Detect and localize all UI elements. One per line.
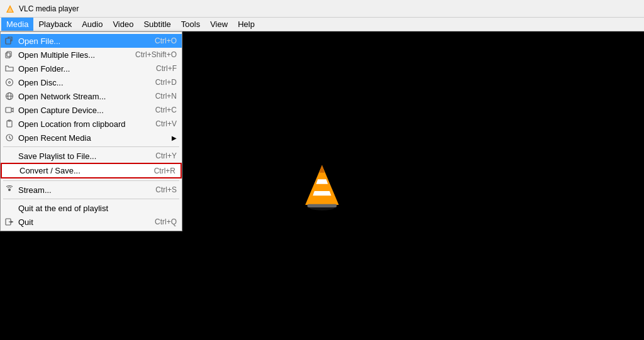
- convert-save-icon: [6, 166, 16, 176]
- open-capture-icon: [4, 105, 14, 115]
- svg-rect-23: [308, 204, 337, 207]
- menu-quit-playlist[interactable]: Quit at the end of playlist: [1, 201, 182, 215]
- separator-1: [3, 146, 179, 147]
- open-capture-shortcut: Ctrl+C: [155, 106, 177, 114]
- open-clipboard-icon: [4, 119, 14, 129]
- menu-media[interactable]: Media: [1, 18, 33, 31]
- svg-rect-4: [7, 52, 11, 57]
- menu-open-recent[interactable]: Open Recent Media ▶: [1, 131, 182, 145]
- menu-open-multiple[interactable]: Open Multiple Files... Ctrl+Shift+O: [1, 48, 182, 62]
- quit-label: Quit: [18, 217, 142, 227]
- menu-open-network[interactable]: Open Network Stream... Ctrl+N: [1, 89, 182, 103]
- open-clipboard-label: Open Location from clipboard: [18, 119, 143, 129]
- svg-marker-19: [313, 191, 331, 195]
- svg-rect-3: [6, 53, 10, 58]
- quit-icon: [4, 217, 14, 227]
- menu-open-file[interactable]: Open File... Ctrl+O: [1, 34, 182, 48]
- save-playlist-icon: [4, 151, 14, 161]
- quit-playlist-label: Quit at the end of playlist: [18, 204, 177, 213]
- open-multiple-shortcut: Ctrl+Shift+O: [135, 50, 177, 59]
- svg-point-5: [6, 79, 13, 86]
- open-recent-label: Open Recent Media: [18, 133, 169, 143]
- menu-subtitle[interactable]: Subtitle: [138, 18, 175, 31]
- open-file-icon: [4, 36, 14, 46]
- stream-icon: [4, 185, 14, 195]
- open-disc-shortcut: Ctrl+D: [155, 78, 177, 87]
- svg-rect-2: [6, 38, 11, 44]
- svg-point-6: [9, 82, 11, 84]
- menu-open-capture[interactable]: Open Capture Device... Ctrl+C: [1, 103, 182, 117]
- convert-save-label: Convert / Save...: [19, 166, 142, 175]
- save-playlist-shortcut: Ctrl+Y: [155, 151, 177, 160]
- menu-help[interactable]: Help: [233, 18, 260, 31]
- separator-3: [3, 199, 179, 199]
- window-title: VLC media player: [19, 4, 79, 13]
- open-folder-icon: [4, 63, 14, 74]
- svg-marker-20: [314, 185, 330, 189]
- svg-rect-10: [6, 107, 11, 112]
- open-capture-label: Open Capture Device...: [18, 106, 143, 115]
- stream-label: Stream...: [18, 185, 143, 195]
- open-folder-shortcut: Ctrl+F: [156, 64, 177, 73]
- save-playlist-label: Save Playlist to File...: [18, 151, 143, 161]
- menu-convert-save[interactable]: Convert / Save... Ctrl+R: [1, 163, 182, 178]
- menu-quit[interactable]: Quit Ctrl+Q: [1, 215, 182, 229]
- menu-open-disc[interactable]: Open Disc... Ctrl+D: [1, 75, 182, 89]
- open-network-icon: [4, 91, 14, 101]
- menu-open-folder[interactable]: Open Folder... Ctrl+F: [1, 62, 182, 75]
- quit-playlist-icon: [4, 203, 14, 213]
- svg-marker-21: [316, 179, 328, 184]
- menu-audio[interactable]: Audio: [77, 18, 108, 31]
- open-file-shortcut: Ctrl+O: [155, 36, 177, 45]
- menu-playback[interactable]: Playback: [33, 18, 77, 31]
- svg-marker-22: [319, 165, 325, 172]
- convert-save-shortcut: Ctrl+R: [154, 167, 175, 175]
- separator-2: [3, 180, 179, 181]
- open-network-label: Open Network Stream...: [18, 92, 143, 101]
- menu-video[interactable]: Video: [108, 18, 138, 31]
- vlc-title-icon: [5, 4, 15, 14]
- submenu-arrow-icon: ▶: [172, 134, 177, 141]
- open-folder-label: Open Folder...: [18, 64, 143, 74]
- media-dropdown: Open File... Ctrl+O Open Multiple Files.…: [0, 31, 182, 231]
- open-clipboard-shortcut: Ctrl+V: [155, 119, 177, 128]
- open-recent-icon: [4, 133, 14, 143]
- svg-point-14: [8, 189, 11, 191]
- menu-stream[interactable]: Stream... Ctrl+S: [1, 183, 182, 197]
- vlc-logo: [297, 161, 347, 211]
- open-file-label: Open File...: [18, 36, 142, 46]
- titlebar: VLC media player: [0, 0, 644, 18]
- open-network-shortcut: Ctrl+N: [155, 92, 177, 101]
- menu-open-clipboard[interactable]: Open Location from clipboard Ctrl+V: [1, 117, 182, 131]
- stream-shortcut: Ctrl+S: [155, 185, 177, 194]
- open-disc-icon: [4, 77, 14, 87]
- menu-tools[interactable]: Tools: [176, 18, 205, 31]
- open-multiple-icon: [4, 50, 14, 60]
- quit-shortcut: Ctrl+Q: [155, 217, 177, 226]
- open-multiple-label: Open Multiple Files...: [18, 50, 123, 60]
- menu-view[interactable]: View: [205, 18, 233, 31]
- menubar: Media Playback Audio Video Subtitle Tool…: [0, 18, 644, 31]
- open-disc-label: Open Disc...: [18, 78, 143, 87]
- menu-save-playlist[interactable]: Save Playlist to File... Ctrl+Y: [1, 149, 182, 163]
